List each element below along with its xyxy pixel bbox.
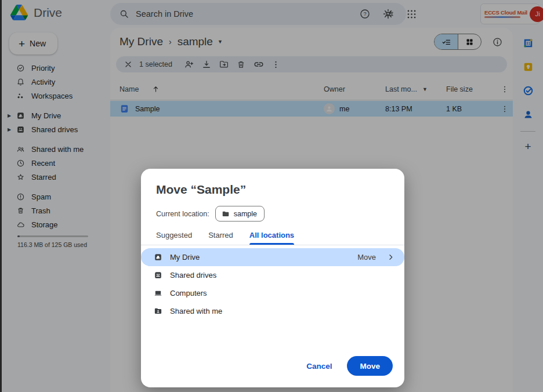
location-label: Shared with me [170,307,222,315]
tab-starred[interactable]: Starred [208,231,233,245]
location-row-computers[interactable]: Computers [141,284,404,302]
move-dialog: Move “Sample” Current location: sample S… [141,169,404,387]
location-row-my-drive[interactable]: My Drive Move [141,248,404,266]
tab-suggested[interactable]: Suggested [156,231,192,245]
location-list: My Drive Move Shared drives Computers Sh… [141,245,404,320]
shared-drives-icon [154,271,162,280]
location-row-shared-drives[interactable]: Shared drives [141,266,404,284]
current-location-label: Current location: [156,210,209,218]
tab-all-locations[interactable]: All locations [249,231,294,245]
computer-icon [154,289,162,297]
chevron-right-icon[interactable] [386,253,395,262]
dialog-title: Move “Sample” [141,169,404,197]
folder-icon [222,210,230,218]
my-drive-icon [154,253,162,262]
dialog-tabs: Suggested Starred All locations [141,222,404,245]
current-location-name: sample [234,210,257,218]
current-location-chip[interactable]: sample [215,206,265,222]
move-button[interactable]: Move [347,356,393,376]
shared-folder-icon [154,307,162,315]
cancel-button[interactable]: Cancel [306,362,332,371]
location-row-shared-with-me[interactable]: Shared with me [141,302,404,320]
location-label: Shared drives [170,271,216,280]
row-move-label[interactable]: Move [357,253,376,262]
location-label: My Drive [170,253,200,262]
location-label: Computers [170,289,207,297]
